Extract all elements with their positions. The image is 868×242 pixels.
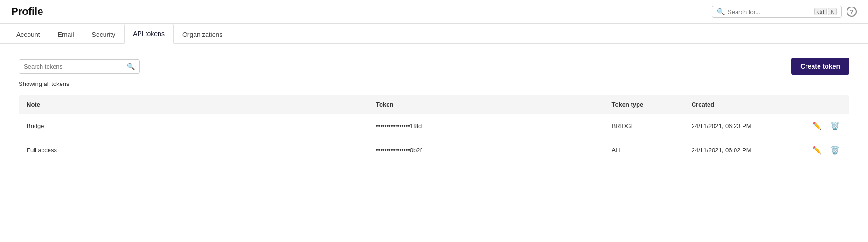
col-header-token: Token — [368, 95, 604, 114]
global-search-box[interactable]: 🔍 ctrl K — [712, 6, 842, 18]
search-icon: 🔍 — [127, 63, 135, 70]
content-area: 🔍 Create token Showing all tokens Note T… — [0, 44, 868, 177]
col-header-note: Note — [19, 95, 369, 114]
table-row: Bridge ••••••••••••••••1f8d BRIDGE 24/11… — [19, 114, 849, 138]
tab-api-tokens-label: API tokens — [133, 30, 165, 37]
cell-token: ••••••••••••••••0b2f — [368, 138, 604, 163]
token-search-box[interactable]: 🔍 — [19, 59, 140, 74]
tab-security[interactable]: Security — [83, 25, 125, 44]
token-search-button[interactable]: 🔍 — [122, 60, 139, 73]
tokens-table: Note Token Token type Created Bridge •••… — [19, 95, 849, 163]
cell-note: Full access — [19, 138, 369, 163]
tab-organizations[interactable]: Organizations — [174, 25, 231, 44]
cell-note: Bridge — [19, 114, 369, 138]
edit-token-button[interactable]: ✏️ — [811, 145, 824, 156]
table-row: Full access ••••••••••••••••0b2f ALL 24/… — [19, 138, 849, 163]
help-button[interactable]: ? — [847, 7, 857, 17]
tab-security-label: Security — [92, 31, 116, 38]
cell-created: 24/11/2021, 06:23 PM — [684, 114, 803, 138]
cell-token: ••••••••••••••••1f8d — [368, 114, 604, 138]
delete-token-button[interactable]: 🗑️ — [828, 121, 841, 131]
token-search-input[interactable] — [19, 60, 122, 73]
showing-label: Showing all tokens — [19, 80, 849, 87]
edit-token-button[interactable]: ✏️ — [811, 121, 824, 131]
header: Profile 🔍 ctrl K ? — [0, 0, 868, 24]
question-mark-icon: ? — [850, 8, 854, 15]
page-title: Profile — [11, 6, 43, 18]
tabs-bar: Account Email Security API tokens Organi… — [0, 24, 868, 44]
k-key: K — [828, 8, 837, 15]
col-header-token-type: Token type — [604, 95, 684, 114]
search-icon: 🔍 — [717, 8, 725, 15]
delete-token-button[interactable]: 🗑️ — [828, 145, 841, 156]
tab-email[interactable]: Email — [49, 25, 83, 44]
create-token-button[interactable]: Create token — [791, 58, 849, 75]
keyboard-shortcut: ctrl K — [814, 8, 837, 15]
token-toolbar: 🔍 Create token — [19, 58, 849, 75]
cell-actions: ✏️ 🗑️ — [803, 114, 849, 138]
tab-email-label: Email — [58, 31, 74, 38]
ctrl-key: ctrl — [814, 8, 827, 15]
col-header-actions — [803, 95, 849, 114]
header-right: 🔍 ctrl K ? — [712, 6, 857, 18]
cell-token-type: ALL — [604, 138, 684, 163]
tab-account-label: Account — [16, 31, 40, 38]
table-header-row: Note Token Token type Created — [19, 95, 849, 114]
cell-actions: ✏️ 🗑️ — [803, 138, 849, 163]
cell-created: 24/11/2021, 06:02 PM — [684, 138, 803, 163]
global-search-input[interactable] — [728, 8, 812, 15]
tab-api-tokens[interactable]: API tokens — [124, 24, 174, 44]
tab-account[interactable]: Account — [7, 25, 49, 44]
col-header-created: Created — [684, 95, 803, 114]
tab-organizations-label: Organizations — [182, 31, 222, 38]
cell-token-type: BRIDGE — [604, 114, 684, 138]
